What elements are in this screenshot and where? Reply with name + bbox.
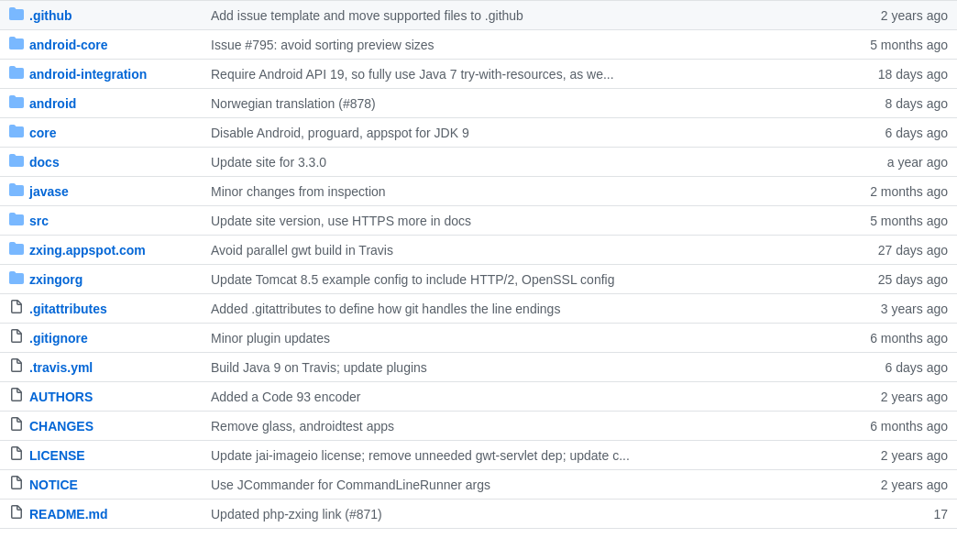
table-row: .gitignore Minor plugin updates 6 months…: [0, 324, 957, 353]
file-link[interactable]: README.md: [29, 507, 108, 522]
table-row: .github Add issue template and move supp…: [0, 1, 957, 30]
file-link[interactable]: javase: [29, 184, 69, 199]
file-link[interactable]: docs: [29, 155, 60, 170]
file-link[interactable]: .gitattributes: [29, 302, 107, 316]
file-link[interactable]: NOTICE: [29, 478, 78, 492]
file-link[interactable]: .github: [29, 8, 72, 23]
file-name-cell: zxing.appspot.com: [0, 236, 202, 265]
file-name-cell: android-integration: [0, 60, 202, 89]
commit-time-cell: 2 years ago: [847, 1, 957, 30]
commit-message-cell: Remove glass, androidtest apps: [202, 412, 847, 441]
commit-message-cell: Require Android API 19, so fully use Jav…: [202, 60, 847, 89]
commit-message-cell: Update Tomcat 8.5 example config to incl…: [202, 265, 847, 294]
commit-time-cell: 5 months ago: [847, 30, 957, 60]
commit-time-cell: 25 days ago: [847, 265, 957, 294]
file-link[interactable]: AUTHORS: [29, 390, 93, 404]
file-name-cell: src: [0, 206, 202, 236]
file-icon: [9, 300, 29, 317]
file-link[interactable]: CHANGES: [29, 419, 94, 434]
file-name-cell: .gitattributes: [0, 294, 202, 324]
file-name-cell: javase: [0, 177, 202, 206]
commit-time-cell: 6 months ago: [847, 324, 957, 353]
table-row: README.md Updated php-zxing link (#871) …: [0, 500, 957, 529]
table-row: .travis.yml Build Java 9 on Travis; upda…: [0, 353, 957, 382]
file-name-cell: NOTICE: [0, 470, 202, 500]
folder-icon: [9, 153, 29, 170]
table-row: AUTHORS Added a Code 93 encoder 2 years …: [0, 382, 957, 412]
table-row: zxing.appspot.com Avoid parallel gwt bui…: [0, 236, 957, 265]
file-link[interactable]: zxing.appspot.com: [29, 243, 146, 258]
commit-time-cell: 17: [847, 500, 957, 529]
commit-message-cell: Issue #795: avoid sorting preview sizes: [202, 30, 847, 60]
commit-message-cell: Avoid parallel gwt build in Travis: [202, 236, 847, 265]
commit-time-cell: 6 days ago: [847, 353, 957, 382]
file-link[interactable]: .gitignore: [29, 331, 88, 346]
file-name-cell: .gitignore: [0, 324, 202, 353]
table-row: android Norwegian translation (#878) 8 d…: [0, 89, 957, 118]
table-row: .gitattributes Added .gitattributes to d…: [0, 294, 957, 324]
commit-message-cell: Add issue template and move supported fi…: [202, 1, 847, 30]
commit-time-cell: 6 months ago: [847, 412, 957, 441]
file-icon: [9, 388, 29, 405]
commit-message-cell: Norwegian translation (#878): [202, 89, 847, 118]
file-icon: [9, 358, 29, 376]
table-row: docs Update site for 3.3.0 a year ago: [0, 148, 957, 177]
commit-message-cell: Updated php-zxing link (#871): [202, 500, 847, 529]
commit-message-cell: Disable Android, proguard, appspot for J…: [202, 118, 847, 148]
file-name-cell: .github: [0, 1, 202, 30]
table-row: core Disable Android, proguard, appspot …: [0, 118, 957, 148]
table-row: NOTICE Use JCommander for CommandLineRun…: [0, 470, 957, 500]
commit-time-cell: 27 days ago: [847, 236, 957, 265]
commit-time-cell: 6 days ago: [847, 118, 957, 148]
file-link[interactable]: .travis.yml: [29, 360, 93, 375]
folder-icon: [9, 65, 29, 82]
file-icon: [9, 446, 29, 464]
table-row: android-core Issue #795: avoid sorting p…: [0, 30, 957, 60]
file-name-cell: .travis.yml: [0, 353, 202, 382]
table-row: android-integration Require Android API …: [0, 60, 957, 89]
table-row: CHANGES Remove glass, androidtest apps 6…: [0, 412, 957, 441]
table-row: zxingorg Update Tomcat 8.5 example confi…: [0, 265, 957, 294]
file-link[interactable]: android: [29, 96, 76, 111]
table-row: src Update site version, use HTTPS more …: [0, 206, 957, 236]
commit-time-cell: 3 years ago: [847, 294, 957, 324]
folder-icon: [9, 94, 29, 112]
commit-time-cell: 2 years ago: [847, 382, 957, 412]
commit-time-cell: 2 years ago: [847, 470, 957, 500]
file-link[interactable]: android-core: [29, 38, 108, 52]
file-icon: [9, 329, 29, 346]
commit-time-cell: 2 years ago: [847, 441, 957, 470]
file-link[interactable]: LICENSE: [29, 448, 85, 463]
commit-message-cell: Update site for 3.3.0: [202, 148, 847, 177]
commit-time-cell: 8 days ago: [847, 89, 957, 118]
commit-time-cell: a year ago: [847, 148, 957, 177]
commit-message-cell: Added .gitattributes to define how git h…: [202, 294, 847, 324]
folder-icon: [9, 36, 29, 53]
folder-icon: [9, 124, 29, 141]
table-row: LICENSE Update jai-imageio license; remo…: [0, 441, 957, 470]
folder-icon: [9, 182, 29, 200]
commit-time-cell: 2 months ago: [847, 177, 957, 206]
file-name-cell: LICENSE: [0, 441, 202, 470]
folder-icon: [9, 270, 29, 288]
file-name-cell: android: [0, 89, 202, 118]
commit-time-cell: 18 days ago: [847, 60, 957, 89]
file-name-cell: core: [0, 118, 202, 148]
file-name-cell: README.md: [0, 500, 202, 529]
commit-message-cell: Added a Code 93 encoder: [202, 382, 847, 412]
commit-message-cell: Update jai-imageio license; remove unnee…: [202, 441, 847, 470]
file-link[interactable]: android-integration: [29, 67, 147, 82]
commit-message-cell: Build Java 9 on Travis; update plugins: [202, 353, 847, 382]
file-name-cell: android-core: [0, 30, 202, 60]
file-link[interactable]: zxingorg: [29, 272, 82, 287]
file-link[interactable]: src: [29, 214, 49, 228]
file-icon: [9, 505, 29, 522]
commit-message-cell: Minor plugin updates: [202, 324, 847, 353]
commit-message-cell: Minor changes from inspection: [202, 177, 847, 206]
file-name-cell: docs: [0, 148, 202, 177]
folder-icon: [9, 212, 29, 229]
table-row: javase Minor changes from inspection 2 m…: [0, 177, 957, 206]
file-link[interactable]: core: [29, 126, 57, 140]
commit-time-cell: 5 months ago: [847, 206, 957, 236]
file-icon: [9, 476, 29, 493]
